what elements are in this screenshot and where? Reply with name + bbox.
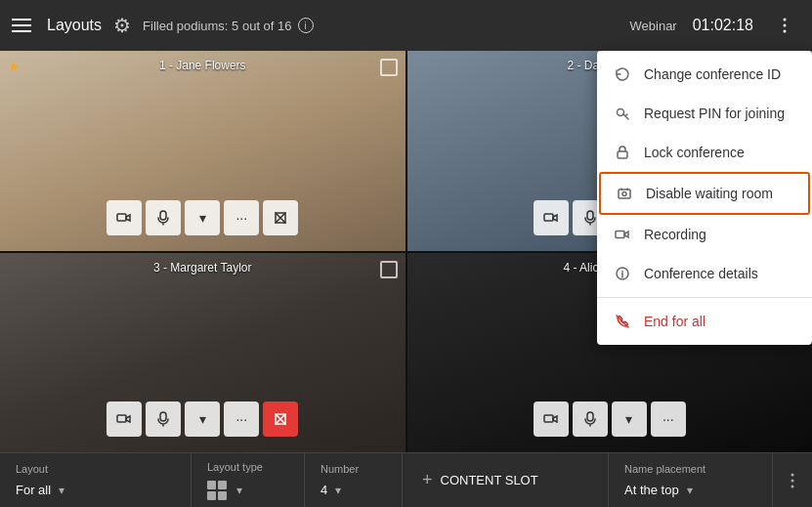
header-right: Webinar 01:02:18 bbox=[630, 10, 800, 41]
svg-rect-5 bbox=[619, 190, 630, 198]
details-info-icon bbox=[613, 264, 632, 283]
mic-btn-1[interactable] bbox=[146, 200, 181, 235]
more-btn-4[interactable]: ··· bbox=[651, 401, 686, 437]
name-placement-section[interactable]: Name placement At the top ▾ bbox=[609, 453, 773, 507]
lock-conference-item[interactable]: Lock conference bbox=[597, 133, 812, 172]
number-label: Number bbox=[321, 463, 359, 475]
svg-point-2 bbox=[784, 30, 787, 33]
participant-label-1: 1 - Jane Flowers bbox=[159, 59, 246, 72]
svg-rect-15 bbox=[544, 415, 553, 422]
more-btn-1[interactable]: ··· bbox=[224, 200, 259, 235]
key-icon bbox=[613, 104, 632, 123]
video-cell-1: ★ 1 - Jane Flowers ▾ ··· bbox=[0, 51, 406, 251]
recording-item[interactable]: Recording bbox=[597, 215, 812, 254]
cell-controls-4: ▾ ··· bbox=[534, 401, 686, 437]
bottom-more-button[interactable] bbox=[773, 453, 812, 507]
chevron-btn-3[interactable]: ▾ bbox=[185, 401, 220, 437]
filled-podiums: Filled podiums: 5 out of 16 i bbox=[143, 18, 313, 33]
svg-point-0 bbox=[784, 19, 787, 21]
camera-btn-1[interactable] bbox=[107, 200, 142, 235]
content-slot-button[interactable]: + CONTENT SLOT bbox=[403, 453, 609, 507]
svg-rect-14 bbox=[160, 412, 166, 421]
svg-rect-7 bbox=[616, 232, 624, 238]
layout-type-value[interactable]: ▾ bbox=[207, 481, 242, 500]
layout-section[interactable]: Layout For all ▾ bbox=[0, 453, 192, 507]
request-pin-item[interactable]: Request PIN for joining bbox=[597, 94, 812, 133]
info-icon[interactable]: i bbox=[298, 18, 314, 33]
more-options-button[interactable] bbox=[769, 10, 800, 41]
name-placement-chevron: ▾ bbox=[687, 484, 693, 497]
chevron-btn-1[interactable]: ▾ bbox=[185, 200, 220, 235]
svg-rect-16 bbox=[587, 412, 593, 421]
move-btn-1[interactable] bbox=[263, 200, 298, 235]
record-icon bbox=[613, 225, 632, 244]
webinar-label: Webinar bbox=[630, 19, 677, 33]
end-for-all-item[interactable]: End for all bbox=[597, 302, 812, 341]
number-value[interactable]: 4 ▾ bbox=[321, 483, 341, 497]
cell-controls-1: ▾ ··· bbox=[107, 200, 298, 235]
layout-type-chevron: ▾ bbox=[236, 484, 242, 497]
number-chevron: ▾ bbox=[335, 484, 341, 497]
mic-btn-4[interactable] bbox=[573, 401, 608, 437]
layout-value[interactable]: For all ▾ bbox=[16, 483, 64, 497]
name-placement-value[interactable]: At the top ▾ bbox=[624, 483, 693, 497]
phone-off-icon bbox=[613, 312, 632, 331]
layout-chevron: ▾ bbox=[59, 484, 64, 497]
bottom-bar: Layout For all ▾ Layout type ▾ Number 4 … bbox=[0, 452, 812, 507]
svg-point-19 bbox=[791, 485, 794, 487]
svg-rect-12 bbox=[587, 211, 593, 220]
header: Layouts ⚙ Filled podiums: 5 out of 16 i … bbox=[0, 0, 812, 51]
refresh-icon bbox=[613, 64, 632, 84]
star-badge: ★ bbox=[8, 59, 21, 74]
settings-icon[interactable]: ⚙ bbox=[113, 14, 131, 37]
cell-controls-3: ▾ ··· bbox=[107, 401, 298, 437]
more-btn-3[interactable]: ··· bbox=[224, 401, 259, 437]
timer: 01:02:18 bbox=[693, 17, 753, 34]
name-placement-label: Name placement bbox=[624, 463, 705, 475]
camera-btn-3[interactable] bbox=[107, 401, 142, 437]
svg-point-6 bbox=[622, 192, 626, 196]
svg-point-1 bbox=[784, 24, 787, 27]
svg-point-17 bbox=[791, 473, 794, 476]
dropdown-menu: Change conference ID Request PIN for joi… bbox=[597, 51, 812, 345]
layout-type-section[interactable]: Layout type ▾ bbox=[192, 453, 305, 507]
lock-icon bbox=[613, 143, 632, 162]
move-btn-3[interactable] bbox=[263, 401, 298, 437]
svg-rect-4 bbox=[618, 151, 627, 158]
plus-icon: + bbox=[422, 470, 433, 490]
number-section[interactable]: Number 4 ▾ bbox=[305, 453, 403, 507]
app-title: Layouts bbox=[47, 17, 102, 34]
cell-checkbox-1[interactable] bbox=[380, 59, 398, 76]
layout-label: Layout bbox=[16, 463, 48, 475]
disable-waiting-item[interactable]: Disable waiting room bbox=[599, 172, 810, 215]
svg-rect-9 bbox=[117, 214, 126, 221]
conference-details-item[interactable]: Conference details bbox=[597, 254, 812, 293]
menu-divider bbox=[597, 297, 812, 298]
svg-rect-10 bbox=[160, 211, 166, 220]
video-cell-3: 3 - Margaret Taylor ▾ ··· bbox=[0, 253, 406, 453]
mic-btn-3[interactable] bbox=[146, 401, 181, 437]
camera-btn-2[interactable] bbox=[534, 200, 569, 235]
camera-btn-4[interactable] bbox=[534, 401, 569, 437]
change-conference-item[interactable]: Change conference ID bbox=[597, 55, 812, 94]
svg-point-18 bbox=[791, 479, 794, 482]
participant-label-3: 3 - Margaret Taylor bbox=[153, 261, 251, 275]
layout-type-label: Layout type bbox=[207, 461, 263, 473]
cell-checkbox-3[interactable] bbox=[380, 261, 398, 278]
chevron-btn-4[interactable]: ▾ bbox=[612, 401, 647, 437]
svg-rect-11 bbox=[544, 214, 553, 221]
svg-rect-13 bbox=[117, 415, 126, 422]
waiting-room-icon bbox=[615, 184, 634, 203]
menu-icon[interactable] bbox=[12, 14, 35, 37]
header-left: Layouts ⚙ Filled podiums: 5 out of 16 i bbox=[12, 14, 619, 37]
layout-type-grid-icon bbox=[207, 481, 227, 500]
